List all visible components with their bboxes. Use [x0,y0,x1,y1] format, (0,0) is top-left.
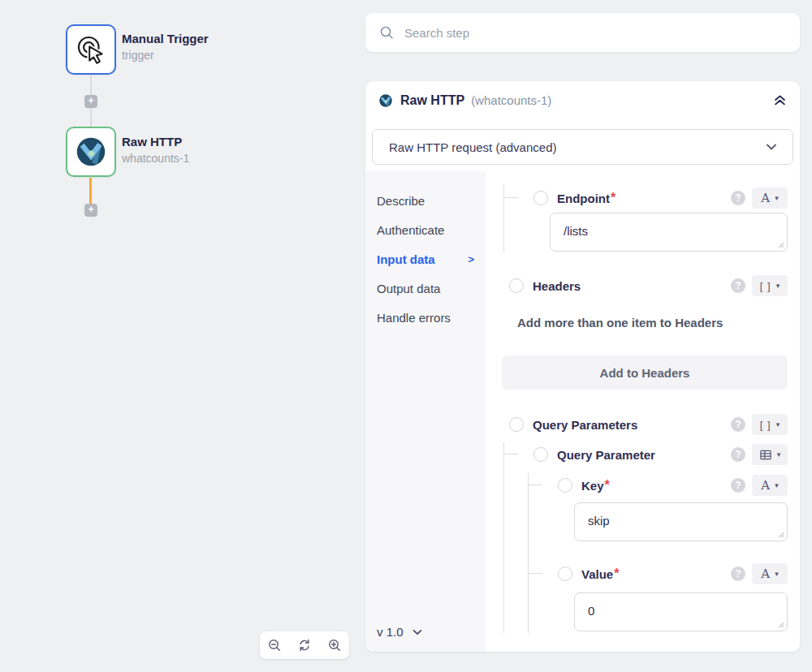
search-input[interactable] [404,26,787,40]
refresh-icon [297,638,312,653]
key-input[interactable]: skip [574,502,788,541]
field-type-button[interactable]: A ▾ [752,563,788,584]
field-label: Query Parameter [557,448,655,462]
version-selector[interactable]: v 1.0 [377,625,423,639]
help-icon[interactable]: ? [731,417,745,432]
caret-down-icon: ▾ [775,481,779,489]
field-label: Value [581,567,613,581]
zoom-out-button[interactable] [260,631,290,659]
tab-label: Describe [377,194,425,208]
query-parameter-field-row: Query Parameter ? ▾ [533,445,788,464]
help-icon[interactable]: ? [731,478,745,493]
required-marker: * [605,478,610,493]
required-marker: * [614,566,619,581]
double-chevron-up-icon [773,93,787,107]
jsonpath-toggle[interactable] [558,566,572,581]
panel-body: Describe Authenticate Input data > Outpu… [365,171,800,652]
search-bar [365,13,800,52]
endpoint-input[interactable]: /lists [550,213,788,252]
key-field-row: Key* ? A ▾ [558,476,788,495]
version-label: v 1.0 [377,625,404,639]
value-value: 0 [588,604,594,618]
help-icon[interactable]: ? [731,566,745,581]
chevron-down-icon [412,627,423,638]
tree-line [528,573,542,574]
panel-sidebar: Describe Authenticate Input data > Outpu… [365,171,486,652]
manual-trigger-node[interactable] [66,24,116,75]
endpoint-field-row: Endpoint* ? A ▾ [533,188,788,208]
zoom-in-icon [327,638,342,653]
help-icon[interactable]: ? [731,191,745,205]
collapse-panel-button[interactable] [773,93,787,107]
panel-header: Raw HTTP (whatcounts-1) [365,81,800,119]
raw-http-node[interactable] [66,127,116,177]
node-subtitle: whatcounts-1 [122,152,189,165]
add-to-headers-button[interactable]: Add to Headers [502,355,788,390]
jsonpath-toggle[interactable] [509,278,524,293]
tree-line [503,442,504,633]
tree-line [528,485,542,485]
field-type-button[interactable]: ▾ [752,444,788,465]
tab-authenticate[interactable]: Authenticate [365,215,486,244]
add-step-button[interactable]: + [84,204,97,217]
field-label: Headers [533,279,581,293]
connector-line-active [89,178,92,205]
table-type-icon [759,449,772,461]
jsonpath-toggle[interactable] [533,447,548,462]
field-type-button[interactable]: [ ] ▾ [752,275,788,296]
tab-label: Input data [377,252,435,266]
tab-describe[interactable]: Describe [365,186,486,215]
zoom-out-icon [267,638,282,653]
step-config-panel: Raw HTTP (whatcounts-1) Raw HTTP request… [365,81,800,652]
list-type-icon: [ ] [760,280,771,292]
panel-title: Raw HTTP [400,93,464,108]
caret-down-icon: ▾ [776,282,780,290]
jsonpath-toggle[interactable] [558,478,572,493]
node-title: Raw HTTP [122,135,182,149]
tree-line [503,185,504,252]
caret-down-icon: ▾ [777,450,781,459]
help-icon[interactable]: ? [731,447,745,462]
query-parameters-field-row: Query Parameters ? [ ] ▾ [509,415,788,434]
tab-label: Handle errors [377,311,451,325]
text-type-icon: A [761,566,770,581]
add-step-button[interactable]: + [84,95,97,108]
input-data-form: Endpoint* ? A ▾ /lists Headers ? [486,171,800,652]
tab-output-data[interactable]: Output data [365,274,486,303]
caret-down-icon: ▾ [775,194,779,202]
resize-grip-icon[interactable] [777,621,784,628]
canvas-zoom-toolbar [260,631,349,659]
jsonpath-toggle[interactable] [533,191,548,205]
operation-select-value: Raw HTTP request (advanced) [389,140,556,154]
field-type-button[interactable]: [ ] ▾ [752,414,788,435]
jsonpath-toggle[interactable] [509,417,524,432]
resize-grip-icon[interactable] [777,531,784,538]
tree-line [528,473,529,633]
field-label: Key [581,479,604,493]
field-type-button[interactable]: A ▾ [752,187,788,209]
value-field-row: Value* ? A ▾ [558,564,788,584]
field-type-button[interactable]: A ▾ [752,475,788,496]
headers-hint: Add more than one item to Headers [517,316,723,330]
zoom-in-button[interactable] [319,631,349,659]
help-icon[interactable]: ? [731,278,745,293]
tab-input-data[interactable]: Input data > [365,244,486,274]
endpoint-value: /lists [564,224,588,238]
tree-line [503,197,518,198]
resize-grip-icon[interactable] [777,241,784,248]
tree-line [503,454,518,454]
search-icon [378,24,395,41]
value-input[interactable]: 0 [574,592,788,631]
caret-down-icon: ▾ [775,570,779,578]
headers-field-row: Headers ? [ ] ▾ [509,276,788,295]
zoom-reset-button[interactable] [290,631,320,659]
list-type-icon: [ ] [760,419,771,431]
operation-select[interactable]: Raw HTTP request (advanced) [372,129,793,165]
panel-subtitle: (whatcounts-1) [471,93,551,107]
whatcounts-icon [75,136,107,168]
tab-label: Authenticate [377,223,444,237]
text-type-icon: A [761,478,770,493]
whatcounts-icon-small [378,93,393,108]
tab-handle-errors[interactable]: Handle errors [365,303,486,332]
key-value: skip [588,514,610,528]
